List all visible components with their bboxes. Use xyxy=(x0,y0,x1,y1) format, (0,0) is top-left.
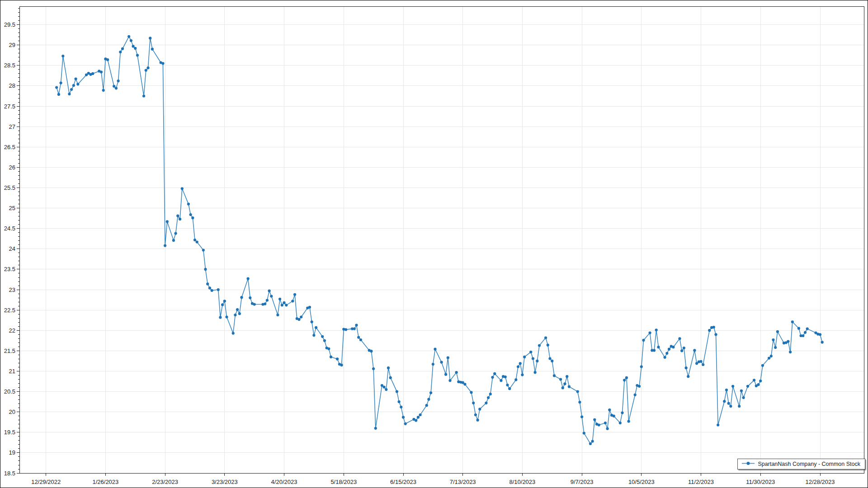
svg-text:29: 29 xyxy=(9,42,15,48)
stock-chart-window: 18.51919.52020.52121.52222.52323.52424.5… xyxy=(0,0,868,488)
svg-text:20.5: 20.5 xyxy=(4,388,15,395)
svg-text:27.5: 27.5 xyxy=(4,103,15,110)
svg-text:28: 28 xyxy=(9,82,15,89)
svg-text:4/20/2023: 4/20/2023 xyxy=(271,479,297,485)
svg-text:20: 20 xyxy=(9,408,15,415)
svg-text:1/26/2023: 1/26/2023 xyxy=(92,479,118,485)
svg-text:24: 24 xyxy=(9,245,15,252)
svg-text:12/29/2022: 12/29/2022 xyxy=(31,479,61,485)
svg-text:5/18/2023: 5/18/2023 xyxy=(330,479,357,485)
svg-text:12/28/2023: 12/28/2023 xyxy=(805,479,835,485)
svg-text:21: 21 xyxy=(9,368,15,375)
svg-text:23: 23 xyxy=(9,286,15,293)
svg-text:29.5: 29.5 xyxy=(4,21,15,28)
svg-text:2/23/2023: 2/23/2023 xyxy=(152,479,178,485)
svg-text:21.5: 21.5 xyxy=(4,347,15,354)
svg-text:26.5: 26.5 xyxy=(4,144,15,150)
svg-text:22: 22 xyxy=(9,327,15,334)
svg-text:11/30/2023: 11/30/2023 xyxy=(746,479,775,485)
svg-text:27: 27 xyxy=(9,123,15,130)
legend-series-label: SpartanNash Company - Common Stock xyxy=(758,461,860,467)
svg-text:18.5: 18.5 xyxy=(4,470,15,477)
svg-text:8/10/2023: 8/10/2023 xyxy=(509,479,535,485)
svg-text:25: 25 xyxy=(9,205,15,211)
svg-text:9/7/2023: 9/7/2023 xyxy=(571,479,594,485)
svg-text:24.5: 24.5 xyxy=(4,225,15,232)
svg-text:10/5/2023: 10/5/2023 xyxy=(628,479,655,485)
series-line-marker-icon xyxy=(741,461,755,467)
svg-text:25.5: 25.5 xyxy=(4,184,15,191)
svg-text:19.5: 19.5 xyxy=(4,429,15,436)
svg-text:23.5: 23.5 xyxy=(4,266,15,272)
svg-text:6/15/2023: 6/15/2023 xyxy=(390,479,416,485)
svg-text:3/23/2023: 3/23/2023 xyxy=(212,479,238,485)
price-chart: 18.51919.52020.52121.52222.52323.52424.5… xyxy=(0,0,868,488)
svg-text:11/2/2023: 11/2/2023 xyxy=(688,479,714,485)
svg-text:7/13/2023: 7/13/2023 xyxy=(450,479,476,485)
svg-text:22.5: 22.5 xyxy=(4,307,15,314)
svg-text:19: 19 xyxy=(9,449,15,456)
svg-text:28.5: 28.5 xyxy=(4,62,15,69)
legend: SpartanNash Company - Common Stock xyxy=(737,459,865,469)
svg-text:26: 26 xyxy=(9,164,15,171)
